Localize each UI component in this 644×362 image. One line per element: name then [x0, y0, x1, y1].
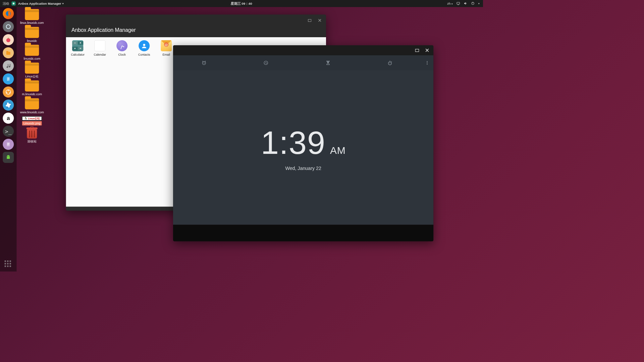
- svg-point-27: [427, 61, 427, 62]
- dock-gedit[interactable]: [3, 139, 14, 150]
- icon-label: www.linuxidc.com: [20, 110, 44, 114]
- calculator-icon: −×+=: [72, 40, 83, 51]
- svg-point-26: [388, 62, 392, 65]
- volume-icon[interactable]: [464, 2, 467, 5]
- app-label: Email: [162, 53, 170, 57]
- folder-icon: [25, 98, 39, 109]
- dock-amazon[interactable]: a: [3, 113, 14, 124]
- folder-icon: [25, 80, 39, 92]
- icon-label: linuxidc: [27, 39, 37, 43]
- desktop-icon-folder[interactable]: linuxidc.com: [18, 45, 46, 61]
- svg-rect-5: [6, 52, 10, 55]
- icon-label: Linuxidc.png: [22, 121, 42, 126]
- svg-point-20: [9, 156, 9, 157]
- desktop-icon-folder[interactable]: m.linuxidc.com: [18, 80, 46, 96]
- desktop-icon-folder[interactable]: www.linuxidc.com: [18, 98, 46, 114]
- anbox-app-contacts[interactable]: Contacts: [136, 40, 153, 56]
- date-display: Wed, January 22: [285, 166, 321, 171]
- more-options-icon[interactable]: [421, 55, 434, 70]
- desktop-icon-trash[interactable]: 回收站: [18, 127, 46, 143]
- calendar-icon: [94, 40, 105, 51]
- android-nav-bar: [173, 225, 433, 242]
- anbox-title: Anbox Application Manager: [71, 26, 321, 33]
- folder-icon: [25, 9, 39, 20]
- svg-point-3: [6, 25, 10, 29]
- desktop-icons: linux.linuxidc.comlinuxidclinuxidc.comLi…: [18, 9, 46, 143]
- icon-label: linuxidc.com: [23, 57, 40, 61]
- folder-icon: [25, 27, 39, 38]
- svg-rect-9: [8, 64, 8, 67]
- icon-label: m.linuxidc.com: [22, 93, 42, 96]
- clock-body: 1:39 AM Wed, January 22: [173, 70, 433, 225]
- desktop-icon-folder[interactable]: linuxidc: [18, 27, 46, 43]
- anbox-app-clock[interactable]: Clock: [114, 40, 130, 56]
- power-icon[interactable]: [471, 2, 475, 5]
- maximize-icon[interactable]: [308, 18, 312, 23]
- svg-point-19: [7, 156, 8, 157]
- clock-window: 1:39 AM Wed, January 22: [173, 45, 433, 241]
- app-label: Contacts: [138, 53, 150, 57]
- dock-files[interactable]: [3, 47, 14, 58]
- activities-button[interactable]: 活动: [3, 1, 9, 6]
- chevron-down-icon[interactable]: ▾: [478, 2, 480, 5]
- dock-firefox[interactable]: [3, 8, 14, 19]
- tab-alarm[interactable]: [173, 55, 235, 70]
- screen-icon[interactable]: [457, 2, 460, 5]
- svg-point-28: [427, 62, 427, 63]
- clock-titlebar: [173, 45, 433, 55]
- gnome-top-bar: 活动 Anbox Application Manager ▾ 星期三 09：40…: [0, 0, 483, 7]
- icon-label: linux.linuxidc.com: [20, 21, 44, 25]
- app-label: Calendar: [94, 53, 106, 57]
- anbox-app-icon: [12, 1, 16, 5]
- tab-stopwatch[interactable]: [359, 55, 421, 70]
- dock-help[interactable]: [3, 100, 14, 111]
- time-display: 1:39 AM: [261, 124, 346, 161]
- folder-icon: [25, 45, 39, 56]
- time-ampm: AM: [330, 145, 346, 156]
- app-menu[interactable]: Anbox Application Manager ▾: [18, 2, 64, 5]
- svg-point-22: [143, 44, 146, 46]
- dock-item[interactable]: [3, 34, 14, 45]
- chevron-down-icon: ▾: [62, 2, 64, 5]
- maximize-icon[interactable]: [415, 48, 420, 53]
- clock-label[interactable]: 星期三 09：40: [231, 1, 252, 6]
- svg-point-14: [6, 92, 7, 93]
- clock-tabs: [173, 55, 433, 70]
- dock-software[interactable]: [3, 86, 14, 98]
- icon-label: Linux公社: [25, 75, 39, 78]
- svg-rect-21: [308, 19, 311, 22]
- show-applications-button[interactable]: [4, 260, 12, 268]
- close-icon[interactable]: [425, 48, 430, 53]
- image-thumbnail: 🐧 Linux公社: [22, 116, 42, 121]
- desktop-icon-folder[interactable]: Linux公社: [18, 63, 46, 78]
- chevron-down-icon: ▾: [451, 3, 453, 5]
- svg-point-13: [8, 90, 9, 91]
- svg-rect-18: [7, 142, 10, 146]
- dock-terminal[interactable]: >_: [3, 126, 14, 137]
- anbox-header: Anbox Application Manager: [66, 26, 326, 37]
- dock-libreoffice[interactable]: [3, 73, 14, 84]
- app-label: Calculator: [71, 53, 85, 57]
- tab-timer[interactable]: [297, 55, 359, 70]
- time-value: 1:39: [261, 124, 326, 161]
- close-icon[interactable]: [318, 18, 322, 23]
- svg-rect-23: [415, 49, 419, 52]
- clock-icon: [116, 40, 127, 51]
- dock-rhythmbox[interactable]: [3, 60, 14, 71]
- anbox-app-calculator[interactable]: −×+=Calculator: [69, 40, 86, 56]
- anbox-app-calendar[interactable]: Calendar: [92, 40, 108, 56]
- input-method-indicator[interactable]: zh ▾: [447, 2, 453, 5]
- svg-point-4: [6, 38, 10, 42]
- app-label: Clock: [118, 53, 126, 57]
- anbox-app-email[interactable]: @Email: [158, 40, 175, 56]
- dock-anbox[interactable]: [3, 152, 14, 163]
- folder-icon: [25, 63, 39, 74]
- contacts-icon: [139, 40, 150, 51]
- desktop-icon-folder[interactable]: linux.linuxidc.com: [18, 9, 46, 25]
- desktop-icon-image[interactable]: 🐧 Linux公社Linuxidc.png: [18, 116, 46, 126]
- ubuntu-dock: a >_: [0, 7, 17, 272]
- dock-item[interactable]: [3, 21, 14, 32]
- tab-clock[interactable]: [235, 55, 297, 70]
- svg-rect-6: [6, 51, 8, 52]
- icon-label: 回收站: [28, 139, 37, 143]
